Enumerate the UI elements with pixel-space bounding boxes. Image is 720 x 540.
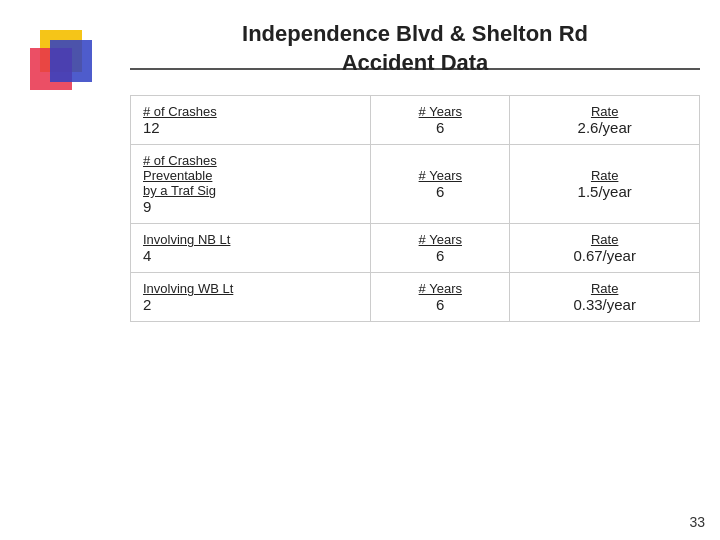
decorative-shapes bbox=[30, 30, 110, 110]
crashes-cell-1: # of Crashes 12 bbox=[131, 96, 371, 145]
table-row: Involving NB Lt 4 # Years 6 Rate 0.67/ye… bbox=[131, 224, 700, 273]
years-cell-1: # Years 6 bbox=[371, 96, 510, 145]
main-content: Independence Blvd & Shelton Rd Accident … bbox=[130, 20, 700, 520]
crashes-cell-3: Involving NB Lt 4 bbox=[131, 224, 371, 273]
table-row: # of Crashes 12 # Years 6 Rate 2.6/year bbox=[131, 96, 700, 145]
table-row: # of Crashes Preventable by a Traf Sig 9… bbox=[131, 145, 700, 224]
blue-square bbox=[50, 40, 92, 82]
page-number: 33 bbox=[689, 514, 705, 530]
page-title: Independence Blvd & Shelton Rd Accident … bbox=[130, 20, 700, 77]
rate-cell-3: Rate 0.67/year bbox=[510, 224, 700, 273]
rate-cell-1: Rate 2.6/year bbox=[510, 96, 700, 145]
years-cell-3: # Years 6 bbox=[371, 224, 510, 273]
crashes-cell-2: # of Crashes Preventable by a Traf Sig 9 bbox=[131, 145, 371, 224]
years-cell-2: # Years 6 bbox=[371, 145, 510, 224]
years-cell-4: # Years 6 bbox=[371, 273, 510, 322]
crashes-cell-4: Involving WB Lt 2 bbox=[131, 273, 371, 322]
rate-cell-4: Rate 0.33/year bbox=[510, 273, 700, 322]
rate-cell-2: Rate 1.5/year bbox=[510, 145, 700, 224]
table-row: Involving WB Lt 2 # Years 6 Rate 0.33/ye… bbox=[131, 273, 700, 322]
accident-data-table: # of Crashes 12 # Years 6 Rate 2.6/year … bbox=[130, 95, 700, 322]
